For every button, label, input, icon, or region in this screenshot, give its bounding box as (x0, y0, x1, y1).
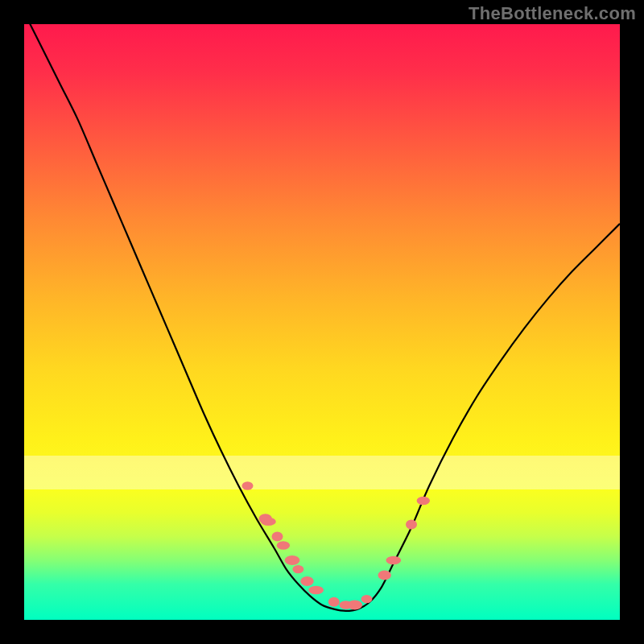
watermark-text: TheBottleneck.com (469, 3, 636, 24)
marker-point (261, 518, 276, 526)
bottleneck-curve-line (24, 24, 620, 611)
marker-point (347, 601, 362, 610)
marker-point (417, 497, 430, 505)
marker-point (378, 571, 391, 580)
marker-point (328, 597, 340, 607)
marker-point (308, 586, 324, 594)
marker-point (277, 541, 290, 549)
marker-point (272, 531, 283, 541)
marker-point (242, 481, 254, 489)
marker-point (292, 565, 303, 573)
marker-point (300, 576, 313, 586)
marker-point (361, 595, 373, 603)
plot-area (24, 24, 620, 620)
curve-layer (24, 24, 620, 620)
marker-point (386, 556, 401, 564)
marker-point (285, 555, 300, 565)
marker-point (406, 520, 417, 530)
chart-stage: TheBottleneck.com (0, 0, 644, 644)
